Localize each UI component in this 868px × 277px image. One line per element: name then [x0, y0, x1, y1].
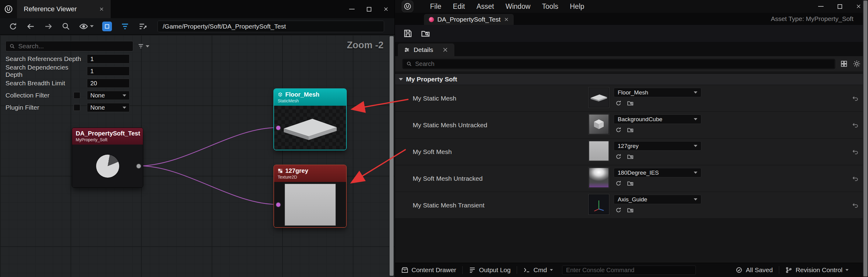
revision-control-button[interactable]: Revision Control	[779, 266, 855, 274]
close-icon[interactable]	[442, 47, 448, 53]
dropdown-value: None	[90, 92, 120, 99]
asset-thumbnail[interactable]	[589, 168, 609, 188]
details-search-input[interactable]	[415, 61, 831, 67]
collection-filter-checkbox[interactable]	[73, 92, 80, 99]
graph-node-floor-mesh[interactable]: Floor_Mesh StaticMesh	[274, 89, 346, 150]
plugin-filter-checkbox[interactable]	[73, 104, 80, 111]
save-icon[interactable]	[403, 29, 413, 38]
use-asset-icon[interactable]	[615, 126, 622, 133]
asset-thumbnail[interactable]	[589, 195, 609, 214]
setting-row: Collection Filter None	[5, 91, 151, 100]
tab-details[interactable]: Details	[398, 43, 454, 56]
cmd-button[interactable]: Cmd	[517, 266, 559, 274]
zoom-to-fit-icon[interactable]	[61, 22, 70, 31]
category-my-property-soft[interactable]: My Property Soft	[395, 73, 868, 85]
console-command-input[interactable]	[562, 266, 696, 275]
use-asset-icon[interactable]	[615, 207, 622, 213]
input-pin[interactable]	[276, 126, 280, 130]
sort-filter-icon[interactable]	[138, 22, 147, 31]
reset-to-default-icon[interactable]	[852, 148, 859, 155]
unreal-logo[interactable]	[402, 1, 413, 12]
use-asset-icon[interactable]	[615, 180, 622, 187]
setting-label: Search Breadth Limit	[5, 79, 87, 87]
tab-reference-viewer[interactable]: Reference Viewer	[17, 0, 111, 18]
breadcrumb[interactable]: /Game/Property/Soft/DA_PropertySoft_Test	[158, 21, 384, 32]
asset-thumbnail[interactable]	[589, 141, 609, 161]
grid-icon[interactable]	[840, 60, 848, 68]
tab-da-propertysoft-test[interactable]: DA_PropertySoft_Test	[424, 14, 514, 25]
browse-to-asset-icon[interactable]	[627, 126, 634, 133]
graph-search[interactable]	[5, 41, 133, 51]
content-drawer-button[interactable]: Content Drawer	[395, 266, 462, 274]
collection-filter-dropdown[interactable]: None	[87, 91, 130, 100]
close-icon[interactable]	[504, 17, 509, 22]
maximize-button[interactable]	[830, 0, 849, 13]
asset-dropdown[interactable]: Axis_Guide	[614, 195, 701, 204]
editor-tabrow: DA_PropertySoft_Test Asset Type: MyPrope…	[395, 13, 868, 25]
graph-node-source[interactable]: DA_PropertySoft_Test MyProperty_Soft	[72, 128, 143, 187]
menu-help[interactable]: Help	[564, 2, 590, 11]
asset-dropdown[interactable]: 180Degree_IES	[614, 168, 701, 177]
graph-vertical-scrollbar[interactable]	[389, 36, 394, 276]
asset-editor-window: File Edit Asset Window Tools Help DA_Pro…	[395, 0, 868, 277]
output-pin[interactable]	[136, 164, 141, 168]
chevron-down-icon	[694, 198, 698, 201]
asset-dropdown[interactable]: Floor_Mesh	[614, 88, 701, 97]
minimize-button[interactable]	[811, 0, 830, 13]
breadth-limit-input[interactable]	[87, 79, 130, 88]
output-log-button[interactable]: Output Log	[463, 266, 517, 274]
graph-node-127grey[interactable]: 127grey Texture2D	[274, 165, 346, 227]
property-label: My Static Mesh Untracked	[413, 122, 487, 129]
maximize-icon	[367, 7, 371, 11]
editor-toolbar	[395, 25, 868, 42]
reset-to-default-icon[interactable]	[852, 175, 859, 182]
details-vertical-scrollbar[interactable]	[863, 0, 868, 277]
browse-to-asset-icon[interactable]	[627, 180, 634, 187]
menu-asset[interactable]: Asset	[471, 2, 500, 11]
details-search[interactable]	[402, 59, 835, 69]
forward-icon[interactable]	[44, 22, 53, 31]
asset-dropdown[interactable]: 127grey	[614, 141, 701, 151]
asset-dropdown[interactable]: BackgroundCube	[614, 114, 701, 124]
filter-icon[interactable]	[120, 22, 130, 31]
output-log-label: Output Log	[479, 266, 510, 274]
minimize-button[interactable]	[343, 0, 361, 18]
asset-thumbnail[interactable]	[589, 88, 609, 107]
tab-label: Reference Viewer	[24, 5, 95, 13]
close-button[interactable]	[377, 0, 395, 18]
referencers-depth-input[interactable]	[87, 55, 130, 64]
menu-file[interactable]: File	[424, 2, 447, 11]
all-saved-indicator[interactable]: All Saved	[729, 266, 779, 274]
browse-icon[interactable]	[421, 29, 430, 38]
graph-search-input[interactable]	[18, 42, 129, 50]
menu-tools[interactable]: Tools	[536, 2, 564, 11]
reset-to-default-icon[interactable]	[852, 122, 859, 129]
graph-filter-button[interactable]	[137, 43, 149, 49]
node-subtitle: StaticMesh	[278, 98, 342, 103]
input-pin[interactable]	[276, 203, 280, 207]
close-icon[interactable]	[99, 7, 104, 11]
use-asset-icon[interactable]	[615, 100, 622, 107]
reference-graph[interactable]: Search Referencers Depth Search Dependen…	[0, 35, 395, 277]
browse-to-asset-icon[interactable]	[627, 153, 634, 160]
property-label: My Soft Mesh Untracked	[413, 175, 483, 182]
dependencies-depth-input[interactable]	[87, 67, 130, 76]
chevron-down-icon	[123, 95, 126, 97]
reset-to-default-icon[interactable]	[852, 95, 859, 102]
gear-icon[interactable]	[853, 60, 861, 68]
back-icon[interactable]	[26, 22, 35, 31]
reset-to-default-icon[interactable]	[852, 202, 859, 209]
asset-thumbnail[interactable]	[589, 114, 609, 134]
minimize-icon	[818, 6, 824, 7]
menu-edit[interactable]: Edit	[447, 2, 471, 11]
maximize-button[interactable]	[361, 0, 377, 18]
plugin-filter-dropdown[interactable]: None	[87, 103, 130, 112]
tab-label: DA_PropertySoft_Test	[437, 16, 501, 23]
refresh-icon[interactable]	[8, 22, 18, 31]
menu-window[interactable]: Window	[500, 2, 536, 11]
browse-to-asset-icon[interactable]	[627, 100, 634, 107]
view-options-button[interactable]	[79, 22, 94, 31]
browse-to-asset-icon[interactable]	[627, 207, 634, 213]
duplicate-view-icon[interactable]	[102, 22, 112, 31]
use-asset-icon[interactable]	[615, 153, 622, 160]
